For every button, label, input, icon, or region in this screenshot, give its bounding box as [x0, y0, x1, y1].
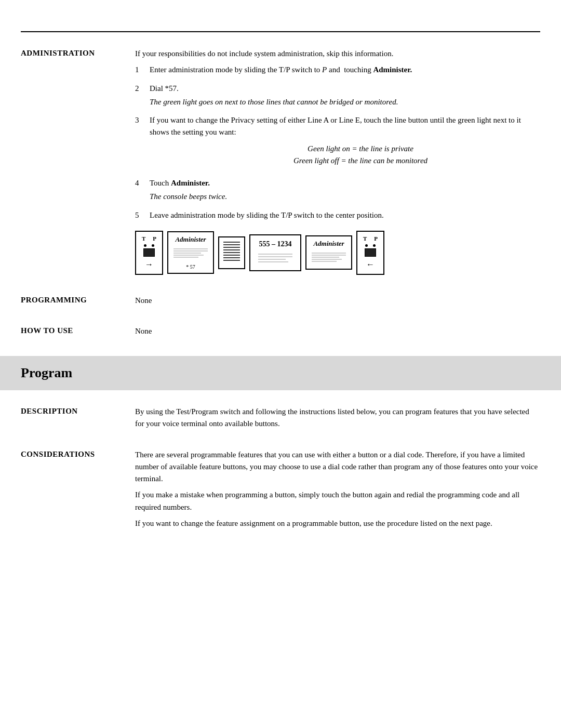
p-label-right: P	[374, 234, 378, 243]
step-4-note: The console beeps twice.	[150, 191, 540, 203]
administer-label-1: Administer	[172, 234, 209, 245]
considerations-label: CONSIDERATIONS	[21, 449, 135, 534]
description-text: By using the Test/Program switch and fol…	[135, 406, 540, 430]
step-1-num: 1	[135, 64, 150, 76]
arrow-left-diag: ←	[366, 258, 375, 271]
section-considerations: CONSIDERATIONS There are several program…	[21, 449, 540, 534]
description-body: By using the Test/Program switch and fol…	[135, 406, 540, 434]
considerations-para-2: If you make a mistake when programming a…	[135, 489, 540, 513]
star57-label: * 57	[172, 263, 209, 271]
considerations-para-1: There are several programmable features …	[135, 449, 540, 485]
step-3-num: 3	[135, 114, 150, 171]
step-2-body: Dial *57. The green light goes on next t…	[150, 83, 540, 109]
administer-sub-1	[172, 246, 209, 263]
programming-body: None	[135, 295, 540, 311]
p-label-left: P	[153, 234, 156, 243]
center-line-2: Green light off = the line can be monito…	[293, 156, 428, 165]
dot-p-right	[373, 244, 376, 247]
tp-block-right: T P ←	[356, 231, 384, 275]
dot-p-left	[152, 244, 154, 247]
administer-label-2: Administer	[311, 239, 347, 249]
step-1: 1 Enter administration mode by sliding t…	[135, 64, 540, 76]
tp-dots-left	[144, 244, 154, 247]
step-1-body: Enter administration mode by sliding the…	[150, 64, 540, 76]
t-label-right: T	[363, 234, 367, 243]
step-3-body: If you want to change the Privacy settin…	[150, 114, 540, 171]
lines-block	[218, 236, 245, 269]
administer-sub-2	[311, 250, 347, 267]
step-4-num: 4	[135, 177, 150, 203]
content-area: ADMINISTRATION If your responsibilities …	[0, 32, 561, 341]
administration-body: If your responsibilities do not include …	[135, 48, 540, 280]
t-label-left: T	[142, 234, 145, 243]
lines-svg	[222, 240, 241, 262]
section-how-to-use: HOW TO USE None	[21, 325, 540, 341]
tp-dots-right	[365, 244, 376, 247]
number-lines	[257, 252, 294, 267]
center-line-1: Geen light on = the line is private	[308, 144, 413, 153]
step-2-note: The green light goes on next to those li…	[150, 96, 540, 108]
admin-intro: If your responsibilities do not include …	[135, 48, 540, 60]
administer-block-1: Administer * 57	[167, 231, 214, 274]
step-5-num: 5	[135, 209, 150, 221]
description-label: DESCRIPTION	[21, 406, 135, 434]
step-3: 3 If you want to change the Privacy sett…	[135, 114, 540, 171]
step-2: 2 Dial *57. The green light goes on next…	[135, 83, 540, 109]
tp-block-left: T P →	[135, 231, 163, 275]
step-4-body: Touch Administer. The console beeps twic…	[150, 177, 540, 203]
section-programming: PROGRAMMING None	[21, 295, 540, 311]
how-to-use-body: None	[135, 325, 540, 341]
section-description: DESCRIPTION By using the Test/Program sw…	[21, 406, 540, 434]
step-5: 5 Leave administration mode by sliding t…	[135, 209, 540, 221]
switch-rect-right	[365, 248, 376, 257]
how-to-use-text: None	[135, 325, 540, 337]
administration-label: ADMINISTRATION	[21, 48, 135, 280]
program-title: Program	[21, 365, 540, 381]
program-content: DESCRIPTION By using the Test/Program sw…	[0, 390, 561, 534]
switch-rect-left	[143, 248, 155, 257]
arrow-right-diag: →	[145, 258, 153, 271]
considerations-para-3: If you want to change the feature assign…	[135, 518, 540, 530]
number-lines-svg	[257, 252, 293, 263]
programming-text: None	[135, 295, 540, 307]
program-header: Program	[0, 356, 561, 390]
phone-number: 555 – 1234	[257, 239, 294, 250]
step-2-num: 2	[135, 83, 150, 109]
step-3-center: Geen light on = the line is private Gree…	[181, 143, 540, 167]
step-5-body: Leave administration mode by sliding the…	[150, 209, 540, 221]
considerations-body: There are several programmable features …	[135, 449, 540, 534]
diagram-area: T P → Administer	[135, 231, 540, 275]
programming-label: PROGRAMMING	[21, 295, 135, 311]
page: ADMINISTRATION If your responsibilities …	[0, 31, 561, 728]
how-to-use-label: HOW TO USE	[21, 325, 135, 341]
dot-t-right	[365, 244, 368, 247]
number-block: 555 – 1234	[249, 234, 301, 271]
administer-lines-svg-2	[311, 250, 347, 264]
tp-labels-right: T P	[363, 234, 378, 243]
tp-labels-left: T P	[142, 234, 156, 243]
administer-block-2: Administer	[305, 235, 352, 270]
step-4: 4 Touch Administer. The console beeps tw…	[135, 177, 540, 203]
dot-t-left	[144, 244, 146, 247]
administer-lines-svg-1	[172, 246, 209, 260]
section-administration: ADMINISTRATION If your responsibilities …	[21, 48, 540, 280]
